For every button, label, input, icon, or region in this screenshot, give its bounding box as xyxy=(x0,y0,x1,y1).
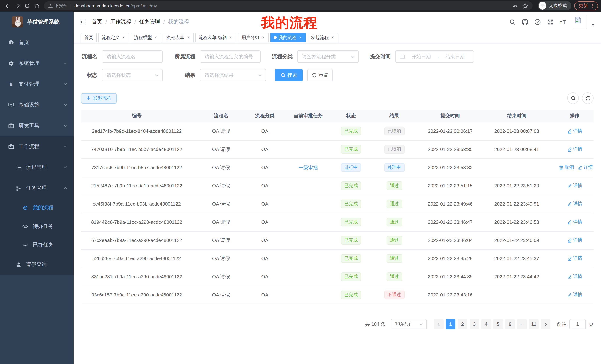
breadcrumb-separator: / xyxy=(105,19,107,25)
sidebar-item[interactable]: 研发工具 xyxy=(0,115,74,136)
status-select-input[interactable] xyxy=(102,69,162,81)
prev-page-button[interactable] xyxy=(434,319,443,329)
result-select-input[interactable] xyxy=(200,69,266,81)
cell-current-task[interactable]: 一级审批 xyxy=(280,158,336,177)
breadcrumb-item[interactable]: 首页 xyxy=(92,19,102,25)
tab-close-icon[interactable]: × xyxy=(261,35,265,40)
tab-item[interactable]: 流程定义× xyxy=(99,33,129,42)
bookmark-star-icon[interactable] xyxy=(522,3,528,9)
page-size-select[interactable]: 10条/页 xyxy=(391,319,427,329)
browser-forward-icon[interactable] xyxy=(13,1,22,10)
more-pages-button[interactable]: ··· xyxy=(517,319,527,329)
key-icon[interactable] xyxy=(512,3,518,9)
search-icon[interactable] xyxy=(509,19,516,25)
sidebar-item[interactable]: 待办任务 xyxy=(0,217,74,236)
show-search-button[interactable] xyxy=(567,92,579,104)
browser-back-icon[interactable] xyxy=(3,1,13,10)
sidebar-item[interactable]: 请假查询 xyxy=(0,254,74,275)
page-number-button[interactable]: 6 xyxy=(505,319,515,329)
sidebar-item[interactable]: 我的流程 xyxy=(0,199,74,217)
tab-item[interactable]: 流程模型× xyxy=(131,33,161,42)
sidebar-item[interactable]: 任务管理 xyxy=(0,178,74,199)
sidebar-item[interactable]: 流程管理 xyxy=(0,157,74,178)
tab-item[interactable]: 流程表单× xyxy=(163,33,193,42)
edit-icon xyxy=(567,274,572,279)
cell-end-time: 2022-01-22 23:51:20 xyxy=(478,177,556,195)
tab-close-icon[interactable]: × xyxy=(331,35,335,40)
status-select[interactable] xyxy=(102,69,163,81)
cell-actions: 详情 xyxy=(556,268,594,286)
tab-item[interactable]: 流程表单-编辑× xyxy=(195,33,236,42)
tab-close-icon[interactable]: × xyxy=(298,35,302,40)
cell-process-name: OA 请假 xyxy=(192,286,250,304)
tab-item[interactable]: 用户分组× xyxy=(238,33,269,42)
app-logo-row[interactable]: 芋道管理系统 xyxy=(0,11,74,32)
detail-link[interactable]: 详情 xyxy=(567,201,582,207)
detail-link[interactable]: 详情 xyxy=(567,237,582,243)
create-process-button[interactable]: 发起流程 xyxy=(81,93,117,103)
sidebar-item[interactable]: 工作流程 xyxy=(0,136,74,157)
tab-close-icon[interactable]: × xyxy=(121,35,126,40)
tab-item[interactable]: 首页 xyxy=(81,33,97,42)
page-number-button[interactable]: 4 xyxy=(481,319,491,329)
sidebar-item[interactable]: 基础设施 xyxy=(0,95,74,115)
refresh-table-button[interactable] xyxy=(582,92,594,104)
process-definition-input[interactable] xyxy=(200,51,260,62)
sidebar-item[interactable]: 首页 xyxy=(0,32,74,53)
breadcrumb-item[interactable]: 任务管理 xyxy=(139,19,160,25)
fullscreen-icon[interactable] xyxy=(547,19,553,25)
address-bar[interactable]: 不安全 dashboard.yudao.iocoder.cn /bpm/task… xyxy=(44,1,533,10)
browser-update-button[interactable]: 更新 xyxy=(574,1,598,10)
result-select[interactable] xyxy=(200,69,266,81)
cell-submit-time: 2022-01-22 23:49:46 xyxy=(423,195,478,213)
search-button[interactable]: 搜索 xyxy=(275,69,303,81)
avatar[interactable] xyxy=(573,15,587,29)
cell-status: 已完成 xyxy=(336,140,366,158)
end-date-placeholder[interactable]: 结束日期 xyxy=(440,53,470,60)
breadcrumb-item[interactable]: 工作流程 xyxy=(110,19,131,25)
page-number-button[interactable]: 3 xyxy=(470,319,479,329)
detail-link[interactable]: 详情 xyxy=(567,182,582,189)
detail-link[interactable]: 详情 xyxy=(567,273,582,280)
github-icon[interactable] xyxy=(522,19,528,25)
detail-link[interactable]: 详情 xyxy=(567,128,582,134)
detail-link[interactable]: 详情 xyxy=(567,146,582,152)
detail-link[interactable]: 详情 xyxy=(567,291,582,298)
detail-link[interactable]: 详情 xyxy=(567,219,582,225)
goto-page-input[interactable] xyxy=(570,319,586,329)
tab-item[interactable]: 发起流程× xyxy=(308,33,338,42)
page-number-button[interactable]: 1 xyxy=(446,319,455,329)
reset-button[interactable]: 重置 xyxy=(307,69,333,81)
sidebar-item[interactable]: 系统管理 xyxy=(0,53,74,74)
hamburger-icon[interactable] xyxy=(80,18,87,25)
category-select-input[interactable] xyxy=(298,51,359,62)
page-number-button[interactable]: 11 xyxy=(529,319,539,329)
page-number-button[interactable]: 5 xyxy=(493,319,503,329)
sidebar-item[interactable]: 已办任务 xyxy=(0,236,74,254)
tab-close-icon[interactable]: × xyxy=(186,35,190,40)
detail-link[interactable]: 详情 xyxy=(567,255,582,261)
chevron-down-icon[interactable] xyxy=(591,22,595,27)
kebab-menu-icon[interactable] xyxy=(590,3,595,8)
table-row: 819442e8-7b9a-11ec-a290-acde48001122OA 请… xyxy=(81,213,594,231)
current-task-link[interactable]: 一级审批 xyxy=(299,164,318,170)
cancel-link[interactable]: 取消 xyxy=(559,164,574,171)
detail-link[interactable]: 详情 xyxy=(578,164,593,171)
tab-close-icon[interactable]: × xyxy=(229,35,233,40)
font-size-icon[interactable]: TT xyxy=(560,19,566,25)
browser-reload-icon[interactable] xyxy=(22,1,32,10)
edit-icon xyxy=(567,147,572,152)
sidebar-item[interactable]: ¥支付管理 xyxy=(0,74,74,95)
category-select[interactable] xyxy=(297,50,359,63)
tab-close-icon[interactable]: × xyxy=(154,35,158,40)
submit-time-range-picker[interactable]: 开始日期 - 结束日期 xyxy=(395,50,474,63)
start-date-placeholder[interactable]: 开始日期 xyxy=(406,53,436,60)
process-name-input[interactable] xyxy=(102,51,162,62)
tab-active[interactable]: 我的流程× xyxy=(270,33,306,42)
pagination: 共 104 条10条/页123456···11前往页 xyxy=(81,319,594,329)
browser-home-icon[interactable] xyxy=(32,1,42,10)
page-number-button[interactable]: 2 xyxy=(458,319,467,329)
next-page-button[interactable] xyxy=(541,319,551,329)
breadcrumb-item: 我的流程 xyxy=(168,19,189,25)
help-icon[interactable]: ? xyxy=(534,19,541,25)
